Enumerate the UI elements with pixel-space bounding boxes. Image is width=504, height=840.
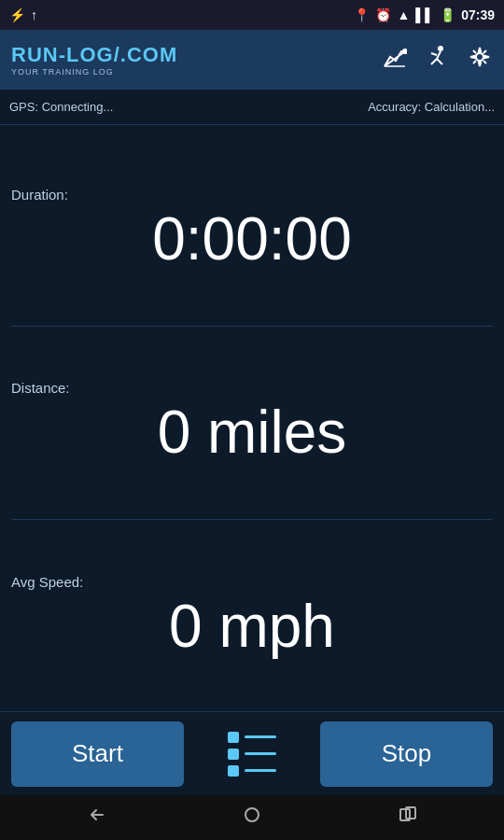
list-line-1 — [245, 735, 276, 738]
runner-icon[interactable] — [424, 44, 450, 76]
status-bar-left: ⚡ ↑ — [9, 7, 348, 22]
logo-subtitle: YOUR TRAINING LOG — [11, 67, 177, 77]
list-dot-2 — [228, 749, 239, 760]
settings-icon[interactable] — [467, 44, 493, 76]
back-button[interactable] — [84, 803, 108, 833]
speed-value: 0 mph — [11, 594, 493, 659]
logo-slash: / — [114, 43, 120, 66]
svg-line-15 — [483, 50, 486, 53]
accuracy-status: Accuracy: Calculation... — [368, 100, 495, 114]
start-button[interactable]: Start — [11, 721, 184, 787]
app-bar: RUN-LOG/.COM YOUR TRAINING LOG — [0, 30, 504, 90]
status-bar: ⚡ ↑ 📍 ⏰ ▲ ▌▌ 🔋 07:39 — [0, 0, 504, 30]
info-bar: GPS: Connecting... Accuracy: Calculation… — [0, 90, 504, 125]
main-content: Duration: 0:00:00 Distance: 0 miles Avg … — [0, 125, 504, 711]
chart-icon[interactable] — [381, 44, 407, 76]
logo-main: RUN-LOG — [11, 43, 114, 66]
list-dot-3 — [228, 765, 239, 777]
recent-button[interactable] — [396, 803, 420, 833]
duration-section: Duration: 0:00:00 — [11, 134, 493, 324]
svg-rect-18 — [245, 808, 259, 821]
svg-line-5 — [431, 59, 437, 64]
logo-title: RUN-LOG/.COM — [11, 43, 177, 67]
app-bar-icons — [381, 44, 493, 76]
list-icon-row-3 — [228, 765, 276, 777]
svg-point-17 — [476, 53, 483, 61]
upload-icon: ↑ — [31, 7, 37, 22]
distance-value: 0 miles — [11, 399, 493, 465]
status-time: 07:39 — [461, 7, 495, 22]
wifi-icon: ▲ — [397, 7, 410, 22]
list-line-3 — [245, 769, 276, 772]
nav-bar — [0, 795, 504, 840]
distance-label: Distance: — [11, 380, 493, 396]
speed-label: Avg Speed: — [11, 574, 493, 590]
action-bar: Start Stop — [0, 711, 504, 795]
notification-icon: ⚡ — [9, 7, 25, 22]
list-icon-row-2 — [228, 749, 276, 760]
svg-line-13 — [473, 50, 476, 53]
duration-label: Duration: — [11, 187, 493, 203]
list-line-2 — [245, 752, 276, 755]
svg-line-16 — [473, 61, 476, 63]
divider-2 — [11, 519, 493, 520]
signal-icon: ▌▌ — [415, 7, 434, 22]
alarm-icon: ⏰ — [375, 7, 391, 22]
svg-line-14 — [483, 61, 486, 63]
stop-button[interactable]: Stop — [320, 721, 493, 787]
logo-area: RUN-LOG/.COM YOUR TRAINING LOG — [11, 43, 177, 77]
svg-point-3 — [438, 46, 443, 51]
list-dot-1 — [228, 732, 239, 743]
logo-domain: .COM — [120, 43, 177, 66]
speed-section: Avg Speed: 0 mph — [11, 522, 493, 711]
list-button[interactable] — [219, 721, 285, 787]
distance-section: Distance: 0 miles — [11, 329, 493, 518]
home-button[interactable] — [240, 803, 264, 833]
svg-marker-0 — [385, 51, 405, 66]
divider-1 — [11, 326, 493, 327]
list-icon-row-1 — [228, 732, 276, 743]
svg-line-7 — [431, 53, 437, 55]
location-icon: 📍 — [354, 7, 370, 22]
battery-icon: 🔋 — [440, 7, 455, 22]
gps-status: GPS: Connecting... — [9, 100, 113, 114]
svg-point-1 — [403, 49, 407, 53]
svg-line-4 — [437, 51, 441, 59]
duration-value: 0:00:00 — [11, 206, 493, 272]
svg-line-6 — [437, 59, 442, 64]
